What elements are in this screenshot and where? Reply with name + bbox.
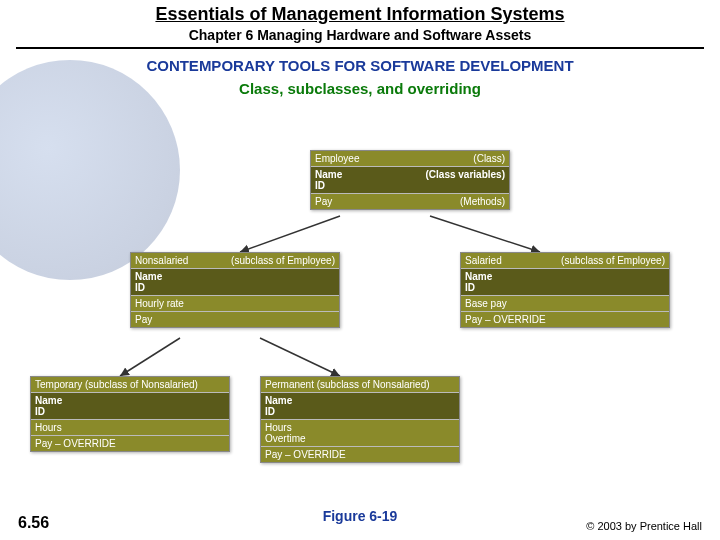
temporary-meth: Pay – OVERRIDE — [31, 436, 229, 451]
class-salaried: Salaried(subclass of Employee) Name ID B… — [460, 252, 670, 328]
temporary-extra: Hours — [31, 420, 229, 436]
class-permanent: Permanent (subclass of Nonsalaried) Name… — [260, 376, 460, 463]
employee-class-note: (Class) — [473, 153, 505, 164]
permanent-vars: Name ID — [261, 393, 459, 420]
salaried-meth: Pay – OVERRIDE — [461, 312, 669, 327]
nonsalaried-note: (subclass of Employee) — [231, 255, 335, 266]
employee-title: Employee — [315, 153, 359, 164]
page-number: 6.56 — [18, 514, 49, 532]
class-nonsalaried: Nonsalaried(subclass of Employee) Name I… — [130, 252, 340, 328]
svg-line-2 — [120, 338, 180, 376]
svg-line-3 — [260, 338, 340, 376]
nonsalaried-meth: Pay — [131, 312, 339, 327]
copyright: © 2003 by Prentice Hall — [586, 520, 702, 532]
nonsalaried-vars: Name ID — [131, 269, 339, 296]
class-diagram: Employee(Class) Name ID(Class variables)… — [30, 150, 690, 490]
employee-vars-note: (Class variables) — [426, 169, 506, 191]
employee-meth: Pay — [315, 196, 332, 207]
permanent-title: Permanent (subclass of Nonsalaried) — [261, 377, 459, 393]
section-heading: CONTEMPORARY TOOLS FOR SOFTWARE DEVELOPM… — [0, 57, 720, 74]
permanent-extra: Hours Overtime — [261, 420, 459, 447]
employee-meth-note: (Methods) — [460, 196, 505, 207]
slide-subtitle: Class, subclasses, and overriding — [0, 80, 720, 97]
class-temporary: Temporary (subclass of Nonsalaried) Name… — [30, 376, 230, 452]
book-title: Essentials of Management Information Sys… — [0, 4, 720, 25]
salaried-title: Salaried — [465, 255, 502, 266]
employee-vars: Name ID — [315, 169, 342, 191]
divider — [16, 47, 704, 49]
salaried-vars: Name ID — [461, 269, 669, 296]
svg-line-0 — [240, 216, 340, 252]
svg-line-1 — [430, 216, 540, 252]
nonsalaried-title: Nonsalaried — [135, 255, 188, 266]
header-block: Essentials of Management Information Sys… — [0, 0, 720, 43]
salaried-note: (subclass of Employee) — [561, 255, 665, 266]
nonsalaried-extra: Hourly rate — [131, 296, 339, 312]
salaried-extra: Base pay — [461, 296, 669, 312]
permanent-meth: Pay – OVERRIDE — [261, 447, 459, 462]
chapter-title: Chapter 6 Managing Hardware and Software… — [0, 27, 720, 43]
temporary-vars: Name ID — [31, 393, 229, 420]
temporary-title: Temporary (subclass of Nonsalaried) — [31, 377, 229, 393]
class-employee: Employee(Class) Name ID(Class variables)… — [310, 150, 510, 210]
